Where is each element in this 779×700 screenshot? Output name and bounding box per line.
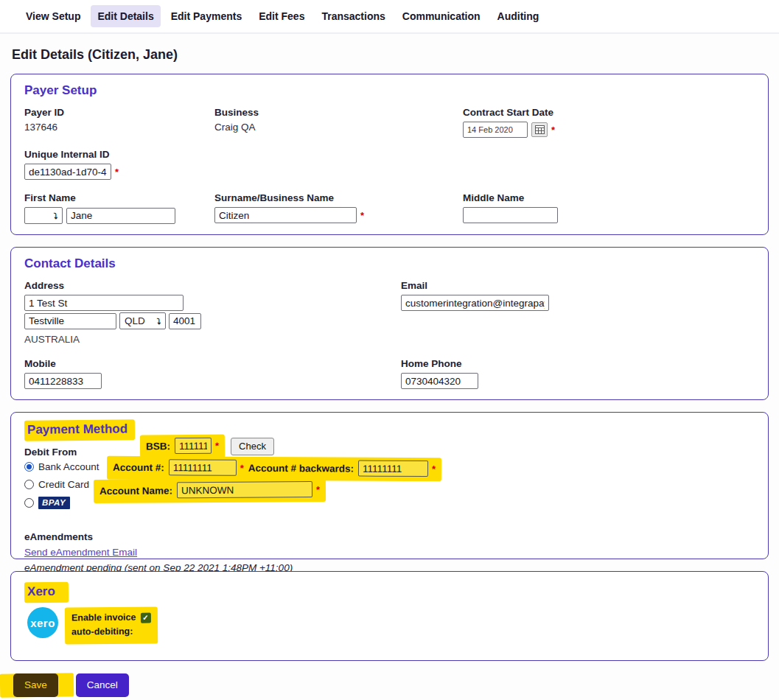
- highlighter-mark: BSB: *: [140, 434, 225, 458]
- payer-setup-section: Payer Setup Payer ID 137646 Business Cra…: [10, 74, 769, 235]
- highlighter-mark: Enable invoice ✓ auto-debiting:: [65, 606, 158, 644]
- chevron-down-icon: ⤵: [54, 211, 58, 220]
- chevron-down-icon: ⤵: [157, 317, 161, 326]
- state-select-value: QLD: [125, 315, 145, 326]
- auto-debit-checkbox[interactable]: ✓: [140, 612, 150, 623]
- account-number-input[interactable]: [169, 459, 237, 475]
- bsb-row: BSB: * Check: [140, 435, 274, 458]
- middle-name-label: Middle Name: [463, 192, 755, 203]
- country-label: AUSTRALIA: [24, 334, 401, 345]
- state-select[interactable]: QLD ⤵: [119, 312, 166, 329]
- radio-button-icon[interactable]: [24, 498, 34, 508]
- required-asterisk: *: [316, 483, 320, 494]
- business-label: Business: [214, 107, 463, 118]
- postcode-input[interactable]: [169, 313, 201, 329]
- unique-internal-id-input[interactable]: [24, 164, 111, 180]
- required-asterisk: *: [432, 463, 436, 475]
- payer-id-label: Payer ID: [24, 107, 214, 118]
- bpay-logo-icon: BPAY: [38, 497, 70, 509]
- tab-edit-fees[interactable]: Edit Fees: [252, 5, 311, 27]
- required-asterisk: *: [115, 167, 119, 178]
- page-title: Edit Details (Citizen, Jane): [12, 47, 779, 63]
- surname-input[interactable]: [214, 207, 357, 223]
- xero-section: Xero xero Enable invoice ✓ auto-debiting…: [10, 571, 769, 661]
- radio-button-icon[interactable]: [24, 480, 34, 489]
- home-phone-input[interactable]: [401, 373, 478, 389]
- send-eamendment-email-link[interactable]: Send eAmendment Email: [24, 547, 137, 558]
- highlighter-mark: Account Name: *: [94, 478, 326, 503]
- calendar-icon[interactable]: [531, 122, 548, 137]
- account-number-label: Account #:: [113, 461, 164, 472]
- account-name-input[interactable]: [177, 481, 312, 498]
- address-label: Address: [24, 280, 401, 291]
- account-number-row: Account #: * Account # backwards: *: [107, 457, 441, 480]
- account-name-label: Account Name:: [99, 485, 172, 497]
- contract-start-date-label: Contract Start Date: [463, 107, 755, 118]
- mobile-input[interactable]: [24, 373, 102, 389]
- tab-transactions[interactable]: Transactions: [315, 5, 391, 27]
- mobile-label: Mobile: [24, 358, 401, 369]
- email-label: Email: [401, 280, 755, 291]
- required-asterisk: *: [215, 440, 219, 451]
- bsb-label: BSB:: [146, 441, 170, 452]
- tab-edit-details[interactable]: Edit Details: [91, 5, 160, 27]
- radio-button-icon[interactable]: [24, 462, 34, 472]
- required-asterisk: *: [360, 210, 364, 221]
- required-asterisk: *: [240, 462, 244, 473]
- first-name-label: First Name: [24, 192, 214, 203]
- check-bsb-button[interactable]: Check: [231, 438, 274, 455]
- contact-details-section: Contact Details Address QLD ⤵ AUSTRALIA …: [10, 247, 769, 400]
- account-name-row: Account Name: *: [94, 479, 326, 503]
- tab-view-setup[interactable]: View Setup: [19, 5, 87, 27]
- home-phone-label: Home Phone: [401, 358, 755, 369]
- required-asterisk: *: [551, 125, 555, 136]
- suburb-input[interactable]: [24, 313, 116, 329]
- account-backwards-label: Account # backwards:: [248, 462, 354, 474]
- payment-method-heading: Payment Method: [24, 419, 135, 441]
- title-select[interactable]: ⤵: [24, 207, 63, 224]
- address-line1-input[interactable]: [24, 295, 184, 311]
- xero-logo-icon: xero: [27, 607, 58, 638]
- enable-invoice-label-line1: Enable invoice: [71, 611, 136, 626]
- account-backwards-input[interactable]: [358, 461, 428, 477]
- highlighter-mark: Account #: * Account # backwards: *: [107, 456, 441, 481]
- unique-internal-id-label: Unique Internal ID: [24, 149, 755, 160]
- radio-credit-card-label: Credit Card: [38, 479, 89, 490]
- surname-label: Surname/Business Name: [214, 192, 463, 203]
- bsb-input[interactable]: [175, 438, 212, 454]
- enable-invoice-label-line2: auto-debiting:: [71, 625, 133, 640]
- payer-id-value: 137646: [24, 122, 214, 133]
- eamendments-label: eAmendments: [24, 531, 755, 542]
- contract-start-date-input[interactable]: [463, 122, 528, 138]
- tab-auditing[interactable]: Auditing: [491, 5, 546, 27]
- email-input[interactable]: [401, 295, 549, 311]
- middle-name-input[interactable]: [463, 207, 558, 223]
- tab-edit-payments[interactable]: Edit Payments: [164, 5, 248, 27]
- tab-communication[interactable]: Communication: [396, 5, 487, 27]
- first-name-input[interactable]: [66, 208, 175, 224]
- action-buttons: Save Cancel: [13, 673, 779, 698]
- business-value: Craig QA: [214, 122, 463, 133]
- save-button[interactable]: Save: [13, 673, 58, 697]
- contact-details-heading: Contact Details: [24, 256, 755, 271]
- xero-heading: Xero: [24, 582, 69, 603]
- top-navigation: View Setup Edit Details Edit Payments Ed…: [0, 0, 779, 34]
- radio-bank-account-label: Bank Account: [38, 461, 99, 472]
- payment-method-section: Payment Method Debit From Bank Account C…: [10, 412, 769, 559]
- cancel-button[interactable]: Cancel: [76, 673, 129, 697]
- payer-setup-heading: Payer Setup: [24, 83, 755, 98]
